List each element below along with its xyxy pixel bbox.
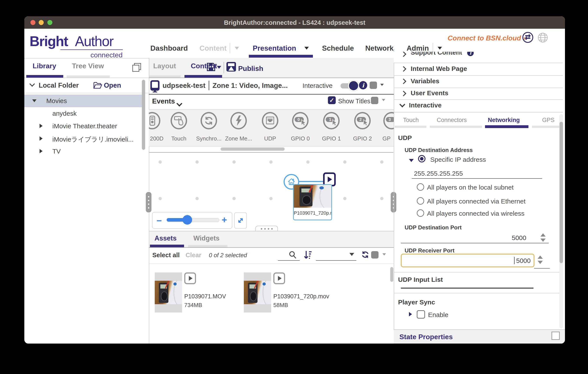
search-icon[interactable]: [289, 251, 297, 260]
tree-collapse-icon[interactable]: [40, 124, 42, 128]
event-sync-icon[interactable]: [200, 112, 217, 129]
tree-expand-icon[interactable]: [32, 99, 36, 102]
udp-dest-port-input[interactable]: 5000: [481, 234, 526, 242]
globe-icon[interactable]: [538, 32, 548, 44]
section-variables[interactable]: Variables: [394, 75, 559, 88]
nav-admin[interactable]: Admin: [407, 44, 429, 53]
right-panel-scrollbar[interactable]: [559, 122, 563, 263]
tab-library[interactable]: Library: [32, 62, 56, 70]
assets-panel-drag-handle[interactable]: [255, 226, 278, 231]
info-icon[interactable]: i: [359, 81, 367, 89]
ethernet-radio[interactable]: [417, 197, 424, 205]
assets-color-swatch[interactable]: [371, 251, 378, 258]
wireless-label[interactable]: All players connected via wireless: [427, 210, 525, 217]
save-dropdown-icon[interactable]: [217, 66, 221, 69]
save-button[interactable]: [206, 62, 216, 72]
filter-dropdown-icon[interactable]: [349, 253, 354, 256]
event-gpio1-icon[interactable]: 1: [323, 112, 340, 129]
state-properties-detach-icon[interactable]: [552, 331, 560, 340]
tab-widgets[interactable]: Widgets: [193, 235, 220, 242]
event-gpio0-icon[interactable]: 0: [292, 112, 309, 129]
tree-collapse-icon[interactable]: [40, 136, 42, 141]
tab-layout[interactable]: Layout: [153, 62, 176, 70]
publish-icon[interactable]: [226, 62, 236, 73]
refresh-icon[interactable]: [361, 250, 370, 260]
specific-ip-label[interactable]: Specific IP address: [430, 156, 486, 163]
left-panel-resize-handle[interactable]: [145, 191, 152, 213]
asset-play-icon[interactable]: [184, 272, 196, 284]
fullscreen-canvas-button[interactable]: [234, 213, 247, 229]
color-swatch[interactable]: [370, 82, 377, 89]
player-sync-enable-label[interactable]: Enable: [428, 311, 448, 319]
events-color-swatch[interactable]: [371, 97, 378, 104]
asset-thumbnail[interactable]: [155, 272, 182, 312]
specific-ip-radio[interactable]: [418, 155, 425, 162]
tab-networking[interactable]: Networking: [488, 117, 520, 124]
sidebar-scrollbar[interactable]: [142, 80, 145, 150]
open-button[interactable]: Open: [104, 82, 121, 89]
nav-network[interactable]: Network: [365, 44, 394, 53]
swatch-dropdown-icon[interactable]: [380, 84, 384, 86]
dest-port-stepper[interactable]: [540, 233, 546, 243]
section-user-events[interactable]: User Events: [394, 88, 559, 99]
interactive-toggle-knob[interactable]: [348, 80, 359, 91]
tree-collapse-icon[interactable]: [40, 149, 42, 153]
subnet-label[interactable]: All players on the local subnet: [427, 184, 514, 191]
zoom-slider-knob[interactable]: [182, 215, 192, 224]
specific-ip-expand-icon[interactable]: [409, 159, 414, 162]
player-sync-enable-checkbox[interactable]: [417, 310, 425, 319]
asset-name[interactable]: P1039071_720p.mov: [273, 293, 329, 300]
section-internal-web-page[interactable]: Internal Web Page: [394, 63, 559, 75]
video-node[interactable]: P1039071_720p.mov: [293, 184, 332, 220]
tab-gps[interactable]: GPS: [542, 117, 555, 124]
event-gpio3-icon[interactable]: 3: [383, 112, 394, 129]
events-expand-icon[interactable]: [177, 101, 182, 107]
assets-swatch-dropdown-icon[interactable]: [382, 253, 386, 256]
show-titles-checkbox[interactable]: ✓: [328, 96, 336, 104]
event-udp-icon[interactable]: [262, 112, 278, 129]
publish-button[interactable]: Publish: [238, 64, 263, 73]
sort-icon[interactable]: [304, 250, 312, 260]
nav-schedule[interactable]: Schedule: [322, 44, 354, 53]
tree-row-tv[interactable]: TV: [24, 145, 143, 158]
select-all-button[interactable]: Select all: [152, 252, 180, 259]
zoom-in-button[interactable]: +: [222, 215, 227, 225]
tab-touch[interactable]: Touch: [403, 117, 419, 124]
clear-button[interactable]: Clear: [186, 252, 201, 259]
right-panel-resize-handle[interactable]: [390, 191, 397, 213]
events-swatch-dropdown-icon[interactable]: [382, 99, 385, 101]
tree-row-imovie-library[interactable]: iMovieライブラリ.imovieli...: [24, 132, 143, 145]
ip-address-input[interactable]: 255.255.255.255: [414, 170, 463, 177]
player-sync-expand-icon[interactable]: [409, 312, 412, 316]
event-zone-message-icon[interactable]: [230, 112, 247, 129]
udp-receiver-port-input[interactable]: 5000: [401, 254, 534, 267]
open-folder-icon[interactable]: [94, 82, 102, 90]
tree-row-movies[interactable]: Movies: [24, 95, 143, 107]
receiver-port-stepper[interactable]: [538, 256, 543, 265]
asset-name[interactable]: P1039071.MOV: [184, 293, 226, 300]
wireless-radio[interactable]: [417, 209, 424, 217]
nav-content-dropdown-icon[interactable]: [235, 47, 239, 50]
section-interactive[interactable]: Interactive: [394, 99, 559, 112]
tab-tree-view[interactable]: Tree View: [72, 62, 104, 70]
tab-assets[interactable]: Assets: [155, 235, 177, 242]
support-info-icon[interactable]: i: [467, 52, 474, 56]
local-folder-collapse-icon[interactable]: [29, 81, 35, 86]
subnet-radio[interactable]: [417, 183, 424, 191]
event-gpio2-icon[interactable]: 2: [354, 112, 371, 129]
tree-row-imovie-theater[interactable]: iMovie Theater.theater: [24, 120, 143, 132]
nav-content[interactable]: Content: [200, 44, 227, 53]
section-support-content[interactable]: Support Content i: [394, 52, 559, 63]
nav-admin-dropdown-icon[interactable]: [438, 47, 442, 50]
nav-presentation[interactable]: Presentation: [253, 44, 296, 53]
transfer-icon[interactable]: [522, 32, 534, 44]
event-remote-icon[interactable]: [149, 112, 160, 129]
nav-dashboard[interactable]: Dashboard: [150, 44, 188, 53]
event-touch-icon[interactable]: [171, 112, 187, 129]
asset-list-scrollbar[interactable]: [390, 267, 393, 282]
asset-play-icon[interactable]: [273, 272, 285, 284]
zoom-out-button[interactable]: −: [157, 215, 162, 226]
tree-row-anydesk[interactable]: anydesk: [24, 107, 143, 120]
nav-presentation-dropdown-icon[interactable]: [304, 47, 309, 50]
udp-input-list-field[interactable]: [401, 288, 534, 289]
